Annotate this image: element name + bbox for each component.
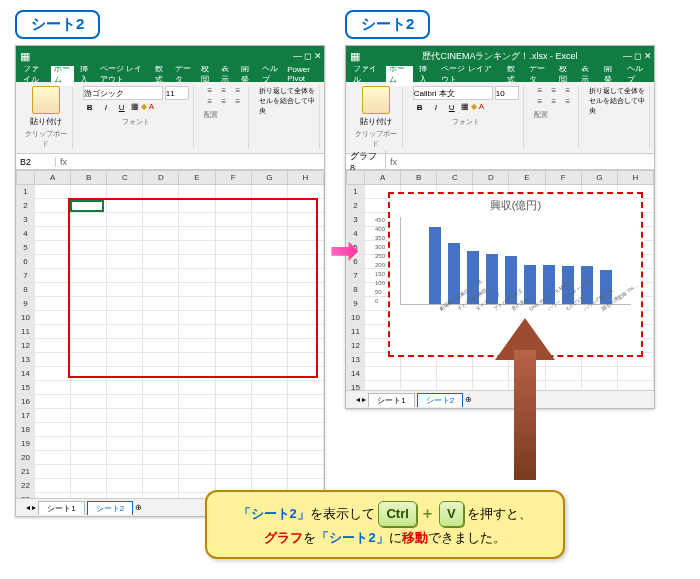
tab-nav-icon[interactable]: ◂ ▸ xyxy=(356,395,366,404)
excel-icon: ▦ xyxy=(350,50,360,63)
fontcolor-button[interactable]: A xyxy=(149,102,154,113)
paste-label: 貼り付け xyxy=(354,116,398,127)
ribbon: 貼り付け クリップボード B I U ▦ ◆ A xyxy=(16,82,324,154)
arrow-icon: ➡ xyxy=(330,230,358,270)
bold-button[interactable]: B xyxy=(413,102,427,113)
text: 「シート2」 xyxy=(238,506,310,521)
paste-label: 貼り付け xyxy=(24,116,68,127)
left-panel: シート2 ▦ ― ◻ ✕ ファイル ホーム 挿入 ページ レイアウト 数式 デー… xyxy=(15,10,325,517)
group-align-label: 配置 xyxy=(204,110,244,120)
ribbon-wrap: 折り返して全体を セルを結合して中央 xyxy=(255,86,320,149)
wrap-button[interactable]: 折り返して全体を xyxy=(589,86,645,96)
sheet-badge-right: シート2 xyxy=(345,10,430,39)
window-controls[interactable]: ― ◻ ✕ xyxy=(293,51,322,61)
window-title: 歴代CINEMAランキング！.xlsx - Excel xyxy=(422,50,577,63)
fill-button[interactable]: ◆ xyxy=(141,102,147,113)
italic-button[interactable]: I xyxy=(429,102,443,113)
align-right[interactable]: ≡ xyxy=(562,97,574,106)
menu-powerpivot[interactable]: Power Pivot xyxy=(284,64,320,84)
key-ctrl: Ctrl xyxy=(378,501,416,527)
align-top[interactable]: ≡ xyxy=(534,86,546,95)
tab-sheet2[interactable]: シート2 xyxy=(87,501,133,515)
sheet-badge-left: シート2 xyxy=(15,10,100,39)
group-clipboard-label: クリップボード xyxy=(354,129,398,149)
ribbon-clipboard: 貼り付け クリップボード xyxy=(350,86,403,149)
window-controls[interactable]: ― ◻ ✕ xyxy=(623,51,652,61)
chart-x-axis: 劇場版「鬼滅の刃」無…千と千尋の神隠しタイタニックアナと雪の女王君の名は。ONE… xyxy=(400,305,631,313)
border-button[interactable]: ▦ xyxy=(131,102,139,113)
ribbon: 貼り付け クリップボード B I U ▦ ◆ A xyxy=(346,82,654,154)
ribbon-clipboard: 貼り付け クリップボード xyxy=(20,86,73,149)
font-name-select[interactable] xyxy=(413,86,493,100)
excel-window-left: ▦ ― ◻ ✕ ファイル ホーム 挿入 ページ レイアウト 数式 データ 校閲 … xyxy=(15,45,325,517)
sheet-tabs: ◂ ▸ シート1 シート2 ⊕ xyxy=(346,390,654,408)
merge-button[interactable]: セルを結合して中央 xyxy=(259,96,315,116)
font-name-select[interactable] xyxy=(83,86,163,100)
key-v: V xyxy=(439,501,464,527)
align-left[interactable]: ≡ xyxy=(204,97,216,106)
bold-button[interactable]: B xyxy=(83,102,97,113)
fx-icon[interactable]: fx xyxy=(386,157,401,167)
align-mid[interactable]: ≡ xyxy=(548,86,560,95)
instruction-callout: 「シート2」を表示して Ctrl ＋ V を押すと、 グラフを「シート2」に移動… xyxy=(205,490,565,559)
wrap-button[interactable]: 折り返して全体を xyxy=(259,86,315,96)
formula-bar: グラフ 8 fx xyxy=(346,154,654,170)
group-align-label: 配置 xyxy=(534,110,574,120)
ribbon-align: ≡≡≡ ≡≡≡ 配置 xyxy=(530,86,579,149)
align-left[interactable]: ≡ xyxy=(534,97,546,106)
font-size-select[interactable] xyxy=(165,86,189,100)
border-button[interactable]: ▦ xyxy=(461,102,469,113)
namebox[interactable]: B2 xyxy=(16,157,56,167)
tab-add-icon[interactable]: ⊕ xyxy=(135,503,142,512)
align-center[interactable]: ≡ xyxy=(218,97,230,106)
tab-sheet1[interactable]: シート1 xyxy=(38,501,84,515)
align-right[interactable]: ≡ xyxy=(232,97,244,106)
group-font-label: フォント xyxy=(413,117,519,127)
ribbon-wrap: 折り返して全体を セルを結合して中央 xyxy=(585,86,650,149)
formula-bar: B2 fx xyxy=(16,154,324,170)
fx-icon[interactable]: fx xyxy=(56,157,71,167)
tab-sheet1[interactable]: シート1 xyxy=(368,393,414,407)
titlebar: ▦ ― ◻ ✕ xyxy=(16,46,324,66)
align-bot[interactable]: ≡ xyxy=(562,86,574,95)
paste-icon[interactable] xyxy=(362,86,390,114)
align-top[interactable]: ≡ xyxy=(204,86,216,95)
tab-nav-icon[interactable]: ◂ ▸ xyxy=(26,503,36,512)
ribbon-font: B I U ▦ ◆ A フォント xyxy=(79,86,194,149)
tab-add-icon[interactable]: ⊕ xyxy=(465,395,472,404)
menubar: ファイル ホーム 挿入 ページ レイアウト 数式 データ 校閲 表示 開発 ヘル… xyxy=(346,66,654,82)
tab-sheet2[interactable]: シート2 xyxy=(417,393,463,407)
grid-area[interactable]: ABCDEFGH 1 2 3 4 5 6 7 8 9 10 11 12 13 1… xyxy=(16,170,324,498)
fill-button[interactable]: ◆ xyxy=(471,102,477,113)
italic-button[interactable]: I xyxy=(99,102,113,113)
chart-title: 興収(億円) xyxy=(390,198,641,213)
titlebar: ▦ 歴代CINEMAランキング！.xlsx - Excel ― ◻ ✕ xyxy=(346,46,654,66)
fontcolor-button[interactable]: A xyxy=(479,102,484,113)
group-font-label: フォント xyxy=(83,117,189,127)
cell-grid[interactable]: ABCDEFGH 1 2 3 4 5 6 7 8 9 10 11 12 13 1… xyxy=(16,170,324,498)
align-bot[interactable]: ≡ xyxy=(232,86,244,95)
font-size-select[interactable] xyxy=(495,86,519,100)
excel-icon: ▦ xyxy=(20,50,30,63)
align-center[interactable]: ≡ xyxy=(548,97,560,106)
merge-button[interactable]: セルを結合して中央 xyxy=(589,96,645,116)
chart-bar xyxy=(429,227,441,304)
paste-icon[interactable] xyxy=(32,86,60,114)
plus-icon: ＋ xyxy=(420,504,435,521)
ribbon-align: ≡≡≡ ≡≡≡ 配置 xyxy=(200,86,249,149)
ribbon-font: B I U ▦ ◆ A フォント xyxy=(409,86,524,149)
align-mid[interactable]: ≡ xyxy=(218,86,230,95)
underline-button[interactable]: U xyxy=(115,102,129,113)
menubar: ファイル ホーム 挿入 ページ レイアウト 数式 データ 校閲 表示 開発 ヘル… xyxy=(16,66,324,82)
chart-y-axis: 450400350300250200150100500 xyxy=(375,217,385,304)
group-clipboard-label: クリップボード xyxy=(24,129,68,149)
underline-button[interactable]: U xyxy=(445,102,459,113)
